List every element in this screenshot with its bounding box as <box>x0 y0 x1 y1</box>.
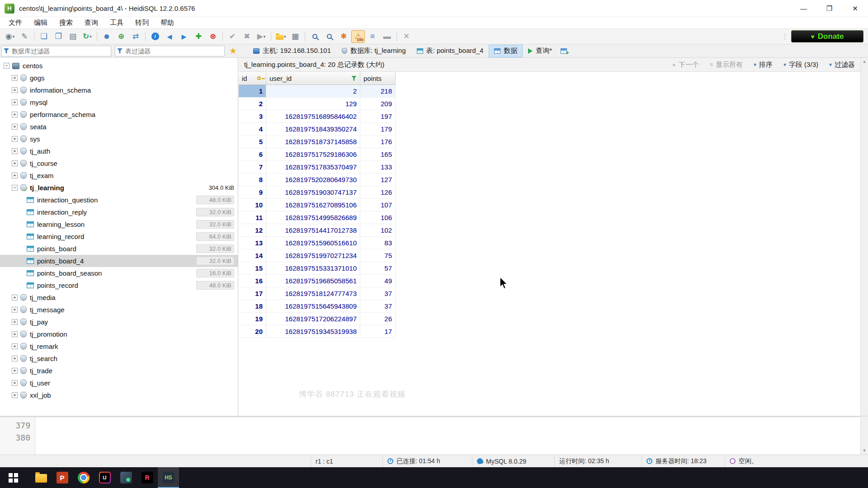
cell-points[interactable]: 133 <box>360 161 396 174</box>
table-row[interactable]: 14 1628197519970271234 75 <box>239 249 396 262</box>
tree-item-points-board-season[interactable]: points_board_season 16.0 KiB <box>0 267 238 279</box>
post-changes-icon[interactable]: ✔ <box>226 30 239 43</box>
table-row[interactable]: 17 1628197518124777473 37 <box>239 287 396 300</box>
cell-points[interactable]: 26 <box>360 313 396 325</box>
new-query-tab-button[interactable] <box>557 45 570 57</box>
cell-user-id[interactable]: 1628197518124777473 <box>266 287 360 300</box>
screen-recorder-icon[interactable] <box>115 467 137 488</box>
query-tab[interactable]: 查询* <box>523 45 557 57</box>
cell-user-id[interactable]: 1628197515645943809 <box>266 300 360 313</box>
expander-icon[interactable]: + <box>12 319 18 325</box>
expander-icon[interactable]: + <box>12 75 18 81</box>
tree-item-tj-pay[interactable]: + tj_pay <box>0 316 238 328</box>
expander-icon[interactable]: − <box>4 63 9 69</box>
cell-points[interactable]: 165 <box>360 148 396 161</box>
cell-user-id[interactable]: 1628197518737145858 <box>266 136 360 148</box>
cell-points[interactable]: 179 <box>360 123 396 136</box>
clear-filter-icon[interactable]: ✕ <box>400 30 413 43</box>
cell-user-id[interactable]: 1628197516895846402 <box>266 110 360 123</box>
user-manager-icon[interactable]: ☻ <box>100 30 113 43</box>
tree-item-tj-exam[interactable]: + tj_exam <box>0 169 238 182</box>
table-row[interactable]: 20 1628197519345319938 17 <box>239 325 396 338</box>
table-row[interactable]: 8 1628197520280649730 127 <box>239 174 396 186</box>
tree-item-tj-promotion[interactable]: + tj_promotion <box>0 328 238 340</box>
tree-item-tj-remark[interactable]: + tj_remark <box>0 340 238 352</box>
expander-icon[interactable]: + <box>12 112 18 117</box>
tree-item-tj-search[interactable]: + tj_search <box>0 352 238 365</box>
revert-changes-icon[interactable]: ✖ <box>240 30 254 43</box>
format-code-icon[interactable]: ✱ <box>337 30 350 43</box>
tree-item-mysql[interactable]: + mysql <box>0 96 238 108</box>
table-row[interactable]: 19 1628197517206224897 26 <box>239 313 396 325</box>
insert-row-icon[interactable]: ✚ <box>192 30 205 43</box>
tree-item-points-board[interactable]: points_board 32.0 KiB <box>0 243 238 255</box>
favorites-star-icon[interactable]: ★ <box>229 46 237 56</box>
find-icon[interactable] <box>308 30 321 43</box>
database-filter[interactable] <box>1 46 111 56</box>
data-tab[interactable]: 数据 <box>489 45 523 57</box>
cell-points[interactable]: 107 <box>360 199 396 211</box>
open-file-icon[interactable] <box>274 30 288 43</box>
table-row[interactable]: 4 1628197518439350274 179 <box>239 123 396 136</box>
cell-id[interactable]: 16 <box>239 275 266 287</box>
cell-user-id[interactable]: 1628197515960516610 <box>266 237 360 249</box>
query-editor[interactable]: 379 380 <box>0 417 860 455</box>
tree-item-gogs[interactable]: + gogs <box>0 72 238 84</box>
filter-button[interactable]: ▾ 过滤器 <box>829 61 855 69</box>
host-tab[interactable]: 主机: 192.168.150.101 <box>248 45 336 57</box>
expander-icon[interactable]: + <box>12 356 18 361</box>
replace-icon[interactable] <box>322 30 336 43</box>
cell-user-id[interactable]: 1628197520280649730 <box>266 174 360 186</box>
tree-item-interaction-question[interactable]: interaction_question 48.0 KiB <box>0 194 238 206</box>
cell-id[interactable]: 5 <box>239 136 266 148</box>
table-row[interactable]: 7 1628197517835370497 133 <box>239 161 396 174</box>
wrap-lines-icon[interactable]: ≡ <box>366 30 379 43</box>
next-record-icon[interactable]: ▶ <box>177 30 191 43</box>
edit-session-icon[interactable]: ✎ <box>18 30 31 43</box>
cell-points[interactable]: 75 <box>360 249 396 262</box>
cell-points[interactable]: 102 <box>360 224 396 237</box>
expander-icon[interactable]: + <box>12 148 18 154</box>
table-tab[interactable]: 表: points_board_4 <box>411 45 489 57</box>
table-row[interactable]: 3 1628197516895846402 197 <box>239 110 396 123</box>
cell-points[interactable]: 17 <box>360 325 396 338</box>
menu-edit[interactable]: 编辑 <box>28 19 53 27</box>
cell-points[interactable]: 176 <box>360 136 396 148</box>
table-filter[interactable] <box>115 46 225 56</box>
tree-item-tj-media[interactable]: + tj_media <box>0 291 238 304</box>
start-button[interactable] <box>3 467 24 488</box>
column-header-points[interactable]: points <box>360 72 396 84</box>
menu-search[interactable]: 搜索 <box>53 19 79 27</box>
table-row[interactable]: 18 1628197515645943809 37 <box>239 300 396 313</box>
cell-id[interactable]: 15 <box>239 262 266 275</box>
cell-id[interactable]: 12 <box>239 224 266 237</box>
export-database-icon[interactable]: ⊕ <box>114 30 128 43</box>
info-icon[interactable]: i <box>148 30 162 43</box>
tree-item-points-record[interactable]: points_record 48.0 KiB <box>0 279 238 291</box>
cell-id[interactable]: 20 <box>239 325 266 338</box>
expander-icon[interactable]: − <box>12 185 18 191</box>
column-header-user-id[interactable]: user_id <box>266 72 360 84</box>
execute-query-icon[interactable]: ▶ <box>255 30 268 43</box>
tree-item-learning-lesson[interactable]: learning_lesson 32.0 KiB <box>0 218 238 230</box>
cell-user-id[interactable]: 1628197514995826689 <box>266 211 360 224</box>
heidisql-icon[interactable]: HS <box>158 467 179 488</box>
tree-item-xxl-job[interactable]: + xxl_job <box>0 389 238 401</box>
cell-id[interactable]: 4 <box>239 123 266 136</box>
tree-item-sys[interactable]: + sys <box>0 133 238 145</box>
tree-item-points-board-4[interactable]: points_board_4 32.0 KiB <box>0 255 238 267</box>
cell-user-id[interactable]: 2 <box>266 85 360 98</box>
menu-file[interactable]: 文件 <box>3 19 28 27</box>
tree-item-information-schema[interactable]: + information_schema <box>0 84 238 96</box>
cell-points[interactable]: 126 <box>360 186 396 199</box>
expander-icon[interactable]: + <box>12 380 18 386</box>
expander-icon[interactable]: + <box>12 87 18 93</box>
cell-points[interactable]: 57 <box>360 262 396 275</box>
vertical-scrollbar[interactable] <box>860 58 868 455</box>
cell-user-id[interactable]: 1628197517835370497 <box>266 161 360 174</box>
print-icon[interactable]: ▤ <box>66 30 80 43</box>
database-tab[interactable]: 数据库: tj_learning <box>336 45 411 57</box>
sort-button[interactable]: ▾ 排序 <box>754 61 773 69</box>
table-filter-input[interactable] <box>125 47 222 55</box>
show-all-button[interactable]: ≡ 显示所有 <box>710 61 743 69</box>
